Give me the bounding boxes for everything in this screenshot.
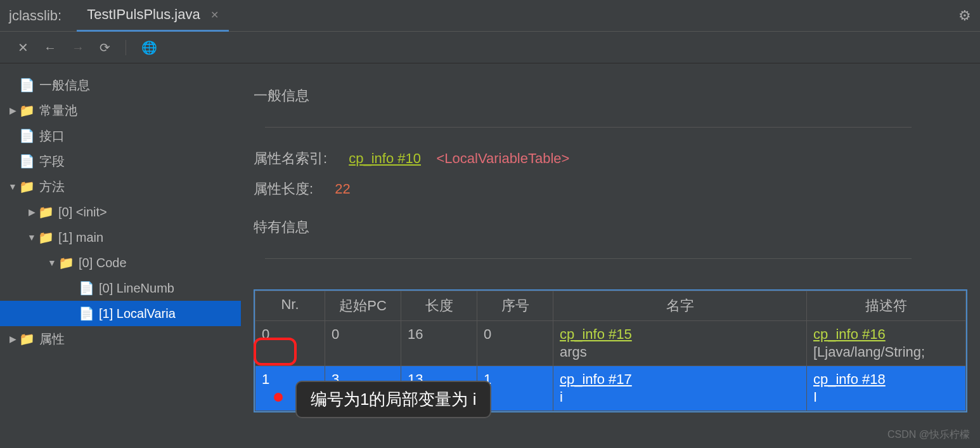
cp-link[interactable]: cp_info #16 (813, 326, 886, 342)
section-title-general: 一般信息 (254, 86, 309, 105)
table-row[interactable]: 00160cp_info #15argscp_info #16[Ljava/la… (255, 321, 966, 366)
cell: 16 (401, 321, 477, 366)
file-icon: 📄 (19, 154, 34, 169)
cell-sub: i (560, 389, 800, 405)
app-title: jclasslib: (9, 8, 61, 24)
attr-name-link[interactable]: cp_info #10 (349, 150, 421, 166)
column-header[interactable]: Nr. (255, 291, 325, 321)
chevron-down-icon[interactable]: ▼ (46, 258, 58, 268)
tree-item[interactable]: ▶📄字段 (0, 148, 241, 174)
close-icon[interactable]: ✕ (18, 41, 29, 54)
watermark: CSDN @快乐柠檬 (887, 428, 970, 442)
tab-file[interactable]: TestIPulsPlus.java ✕ (77, 0, 229, 32)
folder-icon: 📁 (19, 179, 34, 194)
folder-icon: 📁 (58, 255, 74, 270)
attr-name-row: 属性名索引: cp_info #10 <LocalVariableTable> (254, 149, 967, 168)
tree-item[interactable]: ▶📁[0] <init> (0, 199, 241, 225)
cell-sub: args (560, 344, 800, 360)
titlebar: jclasslib: TestIPulsPlus.java ✕ ⚙ (0, 0, 980, 32)
tree-item[interactable]: ▶📄接口 (0, 123, 241, 148)
chevron-down-icon[interactable]: ▼ (25, 232, 38, 242)
tree-label: [1] LocalVaria (99, 306, 176, 321)
tree-item[interactable]: ▼📁[0] Code (0, 250, 241, 275)
back-icon[interactable]: ← (44, 41, 56, 54)
file-icon: 📄 (79, 280, 94, 296)
globe-icon[interactable]: 🌐 (141, 41, 157, 54)
attr-len-value: 22 (335, 181, 350, 197)
tree-item[interactable]: ▼📁方法 (0, 174, 241, 199)
sidebar: ▶📄一般信息▶📁常量池▶📄接口▶📄字段▼📁方法▶📁[0] <init>▼📁[1]… (0, 63, 241, 448)
chevron-down-icon[interactable]: ▼ (6, 181, 19, 192)
cell-name: cp_info #15args (553, 321, 807, 366)
attr-name-value: <LocalVariableTable> (436, 150, 569, 166)
tree-item[interactable]: ▶📄[0] LineNumb (0, 275, 241, 301)
tree-label: 属性 (39, 331, 65, 348)
chevron-right-icon[interactable]: ▶ (6, 334, 19, 344)
tree-item[interactable]: ▶📄[1] LocalVaria (0, 301, 241, 326)
cell-desc: cp_info #16[Ljava/lang/String; (807, 321, 966, 366)
tree-label: 一般信息 (39, 77, 90, 94)
column-header[interactable]: 描述符 (807, 291, 966, 321)
tab-label: TestIPulsPlus.java (87, 6, 200, 23)
cell-desc: cp_info #18I (807, 366, 966, 411)
section-title-specific: 特有信息 (254, 218, 309, 237)
tree-item[interactable]: ▶📄一般信息 (0, 72, 241, 98)
tree-label: [0] <init> (58, 205, 107, 220)
cp-link[interactable]: cp_info #17 (560, 371, 632, 387)
column-header[interactable]: 起始PC (325, 291, 401, 321)
attr-name-label: 属性名索引: (254, 150, 327, 166)
cell-sub: I (813, 389, 959, 405)
forward-icon: → (72, 41, 84, 54)
close-icon[interactable]: ✕ (210, 9, 219, 21)
tree-item[interactable]: ▶📁属性 (0, 326, 241, 352)
toolbar: ✕ ← → ⟳ 🌐 (0, 32, 980, 63)
column-header[interactable]: 长度 (401, 291, 477, 321)
tree-label: [1] main (58, 230, 103, 245)
divider (126, 40, 126, 55)
tree-label: 接口 (39, 128, 65, 145)
cell-sub: [Ljava/lang/String; (813, 344, 959, 360)
file-icon: 📄 (19, 77, 34, 93)
file-icon: 📄 (19, 128, 34, 143)
tree-item[interactable]: ▼📁[1] main (0, 225, 241, 250)
cell-name: cp_info #17i (553, 366, 807, 411)
folder-icon: 📁 (19, 331, 34, 346)
highlight-box (254, 338, 297, 366)
cell: 0 (477, 321, 553, 366)
cell: 0 (325, 321, 401, 366)
gear-icon[interactable]: ⚙ (958, 8, 971, 24)
attr-len-row: 属性长度: 22 (254, 180, 967, 199)
folder-icon: 📁 (38, 230, 53, 245)
column-header[interactable]: 序号 (477, 291, 553, 321)
refresh-icon[interactable]: ⟳ (100, 41, 110, 54)
tree-label: [0] LineNumb (99, 281, 174, 296)
rule (265, 127, 912, 128)
file-icon: 📄 (79, 306, 94, 321)
tree-label: 方法 (39, 178, 65, 195)
column-header[interactable]: 名字 (553, 291, 807, 321)
tree-label: 字段 (39, 153, 65, 170)
folder-icon: 📁 (38, 204, 53, 220)
tree-item[interactable]: ▶📁常量池 (0, 98, 241, 123)
chevron-right-icon[interactable]: ▶ (25, 207, 38, 217)
chevron-right-icon[interactable]: ▶ (6, 105, 19, 115)
cp-link[interactable]: cp_info #18 (813, 371, 886, 387)
rule (265, 258, 912, 259)
callout-dot (274, 393, 283, 402)
attr-len-label: 属性长度: (254, 181, 313, 197)
tree-label: [0] Code (79, 256, 127, 270)
folder-icon: 📁 (19, 103, 34, 118)
cp-link[interactable]: cp_info #15 (560, 326, 632, 342)
callout: 编号为1的局部变量为 i (295, 381, 491, 418)
tree-label: 常量池 (39, 102, 77, 119)
